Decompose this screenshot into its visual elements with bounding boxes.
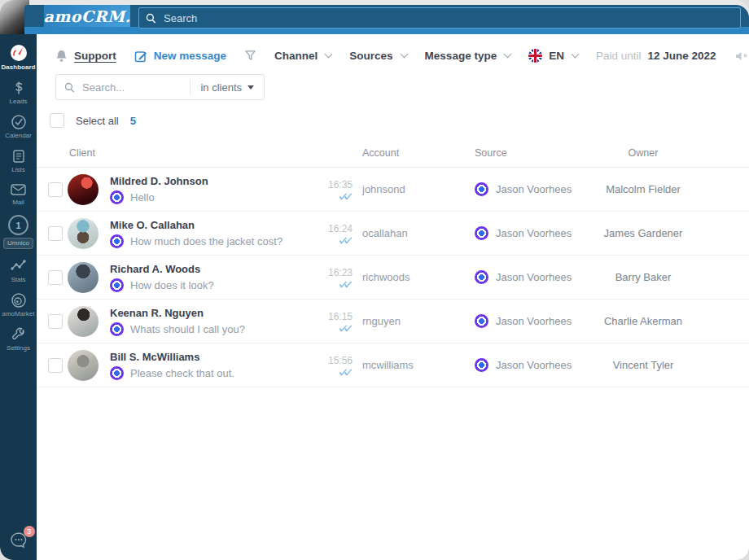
amocrm-logo: amoCRM. bbox=[43, 7, 130, 25]
message-type-dropdown[interactable]: Message type bbox=[425, 50, 511, 62]
row-checkbox[interactable] bbox=[48, 226, 63, 241]
time-cell: 16:23 bbox=[313, 265, 353, 289]
client-last-message: How does it look? bbox=[110, 278, 313, 292]
source-cell: Jason Voorhees bbox=[468, 358, 574, 372]
owner-cell: Malcolm Fielder bbox=[574, 183, 749, 195]
support-button[interactable]: Support bbox=[55, 49, 116, 63]
table-row[interactable]: Keenan R. Nguyen Whats should I call you… bbox=[37, 300, 749, 343]
paid-until-label: Paid until bbox=[596, 50, 642, 62]
search-icon bbox=[146, 13, 156, 24]
global-search-input[interactable] bbox=[162, 11, 734, 25]
client-name[interactable]: Bill S. McWilliams bbox=[110, 351, 313, 363]
table-row[interactable]: Mike O. Callahan How much does the jacke… bbox=[37, 212, 749, 256]
calendar-check-icon bbox=[11, 114, 27, 130]
sidebar-item-lists[interactable]: Lists bbox=[0, 148, 37, 173]
new-message-button[interactable]: New message bbox=[134, 50, 226, 63]
row-checkbox[interactable] bbox=[48, 270, 63, 285]
client-name[interactable]: Keenan R. Nguyen bbox=[110, 307, 313, 319]
message-text: How much does the jacket cost? bbox=[130, 235, 283, 247]
account-cell: johnsond bbox=[353, 183, 468, 195]
sidebar-item-dashboard[interactable]: Dashboard bbox=[0, 44, 37, 71]
message-time: 16:35 bbox=[328, 179, 353, 190]
paid-until-status: Paid until 12 June 2022 bbox=[596, 50, 716, 62]
umnico-source-icon bbox=[110, 322, 124, 336]
avatar[interactable] bbox=[68, 174, 99, 205]
avatar[interactable] bbox=[68, 262, 99, 293]
message-time: 15:56 bbox=[328, 355, 353, 366]
owner-cell: Barry Baker bbox=[574, 271, 749, 283]
account-cell: ocallahan bbox=[353, 227, 468, 239]
client-name[interactable]: Mildred D. Johnson bbox=[110, 175, 313, 187]
message-text: How does it look? bbox=[130, 279, 214, 291]
sidebar-label-mail: Mail bbox=[12, 199, 24, 206]
row-checkbox[interactable] bbox=[48, 358, 63, 373]
channel-dropdown[interactable]: Channel bbox=[274, 50, 331, 62]
source-name: Jason Voorhees bbox=[496, 271, 572, 283]
language-dropdown[interactable]: EN bbox=[528, 49, 578, 63]
sidebar-item-leads[interactable]: Leads bbox=[0, 80, 37, 105]
avatar[interactable] bbox=[68, 218, 99, 249]
search-scope-dropdown[interactable]: in clients bbox=[190, 80, 264, 94]
sidebar-label-settings: Settings bbox=[7, 345, 30, 352]
sources-dropdown[interactable]: Sources bbox=[349, 50, 406, 62]
account-cell: richwoods bbox=[353, 271, 468, 283]
sidebar-nav: Dashboard Leads Calendar Lists Mail bbox=[0, 34, 37, 560]
umnico-source-icon bbox=[110, 278, 124, 292]
sidebar-label-amomarket: amoMarket bbox=[2, 311, 34, 317]
sidebar-item-settings[interactable]: Settings bbox=[0, 326, 37, 352]
sidebar-item-stats[interactable]: Stats bbox=[0, 258, 37, 283]
double-check-icon bbox=[338, 280, 353, 289]
sidebar-label-calendar: Calendar bbox=[5, 133, 31, 139]
client-name[interactable]: Richard A. Woods bbox=[110, 263, 313, 275]
mute-notifications-button[interactable] bbox=[734, 50, 748, 62]
message-time: 16:23 bbox=[328, 267, 353, 278]
account-cell: mcwilliams bbox=[353, 359, 468, 371]
global-search-box[interactable] bbox=[138, 7, 741, 28]
funnel-icon bbox=[244, 50, 256, 62]
avatar[interactable] bbox=[68, 306, 99, 337]
row-checkbox[interactable] bbox=[48, 314, 63, 329]
client-cell: Mildred D. Johnson Hello bbox=[110, 175, 313, 204]
row-checkbox[interactable] bbox=[48, 182, 63, 197]
language-label: EN bbox=[549, 50, 564, 62]
sidebar-item-amomarket[interactable]: amoMarket bbox=[0, 292, 37, 317]
source-name: Jason Voorhees bbox=[496, 227, 572, 239]
owner-cell: Charlie Akerman bbox=[574, 315, 749, 327]
support-chat-button[interactable]: 3 bbox=[8, 531, 29, 550]
select-all-checkbox[interactable] bbox=[50, 113, 64, 128]
table-row[interactable]: Richard A. Woods How does it look? 16:23… bbox=[37, 256, 749, 300]
source-cell: Jason Voorhees bbox=[468, 314, 574, 328]
logo-panel[interactable]: amoCRM. bbox=[44, 5, 130, 27]
client-cell: Richard A. Woods How does it look? bbox=[110, 263, 313, 292]
sources-label: Sources bbox=[349, 50, 392, 62]
message-type-label: Message type bbox=[425, 50, 497, 62]
message-time: 16:15 bbox=[328, 311, 353, 322]
selection-count: 5 bbox=[130, 115, 136, 127]
toolbar: Support New message Channel Sources bbox=[37, 34, 749, 74]
search-icon bbox=[64, 82, 75, 93]
sidebar-item-umnico[interactable]: 1 Umnico bbox=[0, 215, 37, 249]
table-row[interactable]: Bill S. McWilliams Please check that out… bbox=[37, 343, 749, 387]
message-text: Whats should I call you? bbox=[130, 323, 245, 335]
umnico-source-icon bbox=[475, 226, 488, 240]
client-search-input[interactable] bbox=[81, 81, 182, 94]
table-row[interactable]: Mildred D. Johnson Hello 16:35 johnsond … bbox=[37, 168, 749, 212]
bell-icon bbox=[55, 49, 68, 63]
owner-cell: Vincent Tyler bbox=[574, 359, 749, 371]
source-cell: Jason Voorhees bbox=[468, 182, 574, 196]
sidebar-label-umnico: Umnico bbox=[3, 238, 33, 249]
sidebar-item-mail[interactable]: Mail bbox=[0, 182, 37, 206]
client-search-field[interactable] bbox=[56, 75, 190, 99]
avatar[interactable] bbox=[68, 350, 99, 381]
time-cell: 16:24 bbox=[313, 221, 353, 245]
column-header-owner: Owner bbox=[574, 147, 749, 159]
time-cell: 15:56 bbox=[313, 353, 353, 377]
umnico-unread-badge: 1 bbox=[8, 215, 28, 235]
client-name[interactable]: Mike O. Callahan bbox=[110, 219, 313, 231]
main-content: Support New message Channel Sources bbox=[37, 34, 749, 560]
uk-flag-icon bbox=[528, 49, 542, 63]
select-all-label: Select all bbox=[76, 115, 119, 127]
sidebar-item-calendar[interactable]: Calendar bbox=[0, 114, 37, 139]
new-message-pencil-icon bbox=[134, 50, 147, 63]
filter-funnel-button[interactable] bbox=[244, 50, 256, 62]
